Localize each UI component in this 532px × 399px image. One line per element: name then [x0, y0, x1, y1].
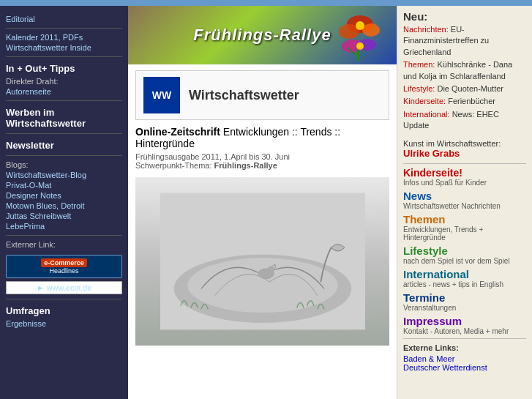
section-title-news[interactable]: News — [403, 190, 526, 202]
section-link-news[interactable]: News — [403, 190, 432, 202]
neu-text-3: Ferienbücher — [448, 97, 495, 105]
sidebar-item-wirtschaftswetter-inside[interactable]: Wirtschaftswetter Inside — [6, 43, 122, 52]
article-title-line: Online-Zeitschrift Entwicklungen :: Tren… — [135, 126, 389, 149]
ecin-logo: e-Commerce — [41, 258, 87, 267]
section-link-termine[interactable]: Termine — [403, 291, 445, 304]
section-title-themen[interactable]: Themen — [403, 213, 526, 225]
ww-kunst: Kunst im Wirtschaftswetter: Ulrike Grabs — [403, 139, 526, 159]
section-nav-international: International articles - news + tips in … — [403, 268, 526, 288]
section-link-kinderseite[interactable]: Kinderseite! — [403, 167, 462, 179]
sidebar-heading-umfragen: Umfragen — [6, 305, 122, 316]
sidebar-divider-3 — [6, 100, 122, 101]
banner-top-text: e-Commerce — [11, 258, 117, 267]
neu-title: Neu: — [403, 10, 526, 23]
article-prefix: Online-Zeitschrift — [135, 126, 220, 138]
section-link-lifestyle[interactable]: Lifestyle — [403, 245, 448, 257]
sidebar-item-ergebnisse[interactable]: Ergebnisse — [6, 319, 122, 328]
section-desc-kinderseite: Infos und Spaß für Kinder — [403, 179, 526, 187]
article-sub1: Frühlingsausgabe 2011, 1.April bis 30. J… — [135, 152, 389, 161]
section-title-termine[interactable]: Termine — [403, 291, 526, 304]
neu-section: Neu: Nachrichten: EU-Finanzministertreff… — [403, 10, 526, 132]
externe-link-0[interactable]: Baden & Meer — [403, 354, 454, 363]
section-desc-impressum: Kontakt - Autoren, Media + mehr — [403, 327, 526, 335]
sidebar-direkter-draht-label: Direkter Draht: — [6, 77, 122, 86]
svg-point-12 — [267, 266, 274, 273]
svg-point-3 — [356, 21, 364, 30]
ecin-banner[interactable]: e-Commerce Headlines — [6, 255, 122, 278]
sidebar-item-kalender[interactable]: Kalender 2011, PDFs — [6, 33, 122, 42]
banner-bottom-text: Headlines — [11, 267, 117, 275]
article-theme-prefix: Schwerpunkt-Thema: — [135, 161, 212, 170]
top-bar — [0, 0, 532, 6]
sidebar-heading-newsletter: Newsletter — [6, 140, 122, 151]
sidebar-divider-4 — [6, 133, 122, 134]
sketch-svg — [160, 188, 365, 335]
header-title: Frühlings-Rallye — [193, 26, 331, 45]
neu-cat-link-4[interactable]: International: — [403, 110, 450, 119]
svg-point-10 — [187, 258, 337, 313]
section-title-lifestyle[interactable]: Lifestyle — [403, 245, 526, 257]
right-divider-1 — [403, 163, 526, 164]
sidebar-divider-6 — [6, 235, 122, 236]
section-nav-news: News Wirtschaftswetter Nachrichten — [403, 190, 526, 210]
neu-cat-link-0[interactable]: Nachrichten: — [403, 25, 449, 34]
section-desc-news: Wirtschaftswetter Nachrichten — [403, 202, 526, 210]
flower-decoration — [331, 10, 389, 61]
svg-point-6 — [356, 42, 364, 50]
externe-links: Externe Links: Baden & Meer Deutscher We… — [403, 343, 526, 372]
svg-rect-7 — [357, 50, 360, 61]
section-title-kinderseite[interactable]: Kinderseite! — [403, 167, 526, 179]
sidebar-item-autorenseite[interactable]: Autorenseite — [6, 87, 122, 96]
neu-cat-link-2[interactable]: Lifestyle: — [403, 84, 435, 93]
article-image — [135, 177, 389, 346]
externe-item-1[interactable]: Deutscher Wetterdienst — [403, 363, 526, 372]
externe-links-title: Externe Links: — [403, 343, 526, 352]
ecin-url-link[interactable]: ► www.ecin.de — [6, 281, 122, 294]
header-image: Frühlings-Rallye — [128, 6, 397, 64]
externe-link-1[interactable]: Deutscher Wetterdienst — [403, 363, 487, 372]
article-theme-text: Frühlings-Rallye — [214, 161, 277, 170]
right-divider-2 — [403, 338, 526, 339]
neu-item-0: Nachrichten: EU-Finanzministertreffen zu… — [403, 24, 526, 58]
svg-point-2 — [362, 23, 380, 37]
ww-logo: WW — [143, 77, 180, 113]
sidebar-item-editorial[interactable]: Editorial — [6, 15, 122, 23]
ww-box: WW Wirtschaftswetter — [135, 70, 389, 120]
sidebar-item-blog6[interactable]: LebePrima — [6, 222, 122, 231]
section-link-impressum[interactable]: Impressum — [403, 315, 462, 327]
section-nav-impressum: Impressum Kontakt - Autoren, Media + meh… — [403, 315, 526, 335]
sidebar-divider-2 — [6, 56, 122, 57]
sidebar-item-blog1[interactable]: Wirtschaftswetter-Blog — [6, 171, 122, 179]
sidebar-externer-link-label: Externer Link: — [6, 240, 122, 249]
neu-item-1: Themen: Kühlschränke - Dana und Kolja im… — [403, 59, 526, 82]
center-content: Frühlings-Rallye WW Wirtschaftswetter — [128, 6, 397, 399]
sidebar-item-blog2[interactable]: Privat-O-Mat — [6, 181, 122, 190]
kunst-label: Kunst im Wirtschaftswetter: — [403, 139, 501, 148]
section-nav-kinderseite: Kinderseite! Infos und Spaß für Kinder — [403, 167, 526, 187]
neu-item-2: Lifestyle: Die Quoten-Mutter — [403, 83, 526, 94]
section-desc-themen: Entwicklungen, Trends + Hintergründe — [403, 225, 526, 242]
sidebar-item-blog4[interactable]: Motown Blues, Detroit — [6, 201, 122, 210]
section-nav-themen: Themen Entwicklungen, Trends + Hintergrü… — [403, 213, 526, 242]
sidebar-heading-werben: Werben im Wirtschaftswetter — [6, 107, 122, 129]
sidebar-heading-inout: In + Out+ Tipps — [6, 63, 122, 74]
sidebar-item-blog5[interactable]: Juttas Schreibwelt — [6, 212, 122, 220]
neu-item-4: International: News: EHEC Update — [403, 109, 526, 132]
sidebar-divider-1 — [6, 28, 122, 29]
section-title-international[interactable]: International — [403, 268, 526, 280]
sidebar-divider-5 — [6, 155, 122, 156]
section-desc-lifestyle: nach dem Spiel ist vor dem Spiel — [403, 257, 526, 265]
sidebar-item-blog3[interactable]: Designer Notes — [6, 191, 122, 200]
neu-cat-link-3[interactable]: Kinderseite: — [403, 97, 446, 105]
right-sidebar: Neu: Nachrichten: EU-Finanzministertreff… — [397, 6, 532, 399]
left-sidebar: Editorial Kalender 2011, PDFs Wirtschaft… — [0, 6, 128, 399]
section-link-international[interactable]: International — [403, 268, 469, 280]
neu-cat-link-1[interactable]: Themen: — [403, 60, 435, 69]
kunst-name-link[interactable]: Ulrike Grabs — [403, 148, 460, 159]
ww-title: Wirtschaftswetter — [189, 88, 299, 103]
section-title-impressum[interactable]: Impressum — [403, 315, 526, 327]
externe-item-0[interactable]: Baden & Meer — [403, 354, 526, 363]
article-theme-line: Schwerpunkt-Thema: Frühlings-Rallye — [135, 161, 389, 170]
section-link-themen[interactable]: Themen — [403, 213, 446, 225]
main-container: Editorial Kalender 2011, PDFs Wirtschaft… — [0, 6, 532, 399]
